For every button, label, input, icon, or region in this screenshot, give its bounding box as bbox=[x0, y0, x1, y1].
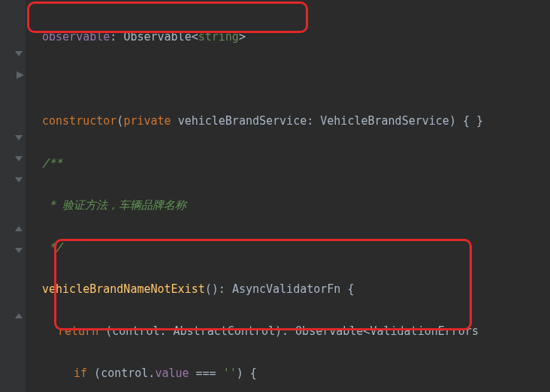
svg-marker-3 bbox=[15, 156, 23, 161]
svg-marker-0 bbox=[17, 71, 24, 79]
fold-end-icon[interactable] bbox=[15, 225, 24, 234]
code-line[interactable]: observable: Observable<string> bbox=[27, 26, 550, 47]
code-line[interactable]: */ bbox=[27, 237, 550, 258]
code-line[interactable]: if (control.value === '') { bbox=[27, 363, 550, 384]
code-line[interactable] bbox=[27, 68, 550, 89]
code-line[interactable]: vehicleBrandNameNotExist(): AsyncValidat… bbox=[27, 279, 550, 300]
code-editor[interactable]: observable: Observable<string> construct… bbox=[27, 0, 550, 392]
svg-marker-7 bbox=[15, 313, 23, 318]
fold-toggle-icon[interactable] bbox=[15, 134, 24, 143]
code-line[interactable]: return (control: AbstractControl): Obser… bbox=[27, 321, 550, 342]
svg-marker-6 bbox=[15, 248, 23, 253]
fold-toggle-icon[interactable] bbox=[15, 50, 24, 59]
code-line[interactable]: constructor(private vehicleBrandService:… bbox=[27, 110, 550, 131]
fold-toggle-icon[interactable] bbox=[15, 246, 24, 255]
code-line[interactable]: * 验证方法，车辆品牌名称 bbox=[27, 194, 550, 216]
run-arrow-icon[interactable] bbox=[17, 65, 27, 75]
svg-marker-5 bbox=[15, 226, 23, 231]
fold-end-icon[interactable] bbox=[15, 312, 24, 321]
svg-marker-4 bbox=[15, 177, 23, 182]
code-line[interactable]: /** bbox=[27, 152, 550, 173]
svg-marker-1 bbox=[15, 51, 23, 56]
fold-toggle-icon[interactable] bbox=[15, 176, 24, 185]
fold-toggle-icon[interactable] bbox=[15, 155, 24, 164]
editor-gutter bbox=[0, 0, 26, 392]
svg-marker-2 bbox=[15, 135, 23, 140]
